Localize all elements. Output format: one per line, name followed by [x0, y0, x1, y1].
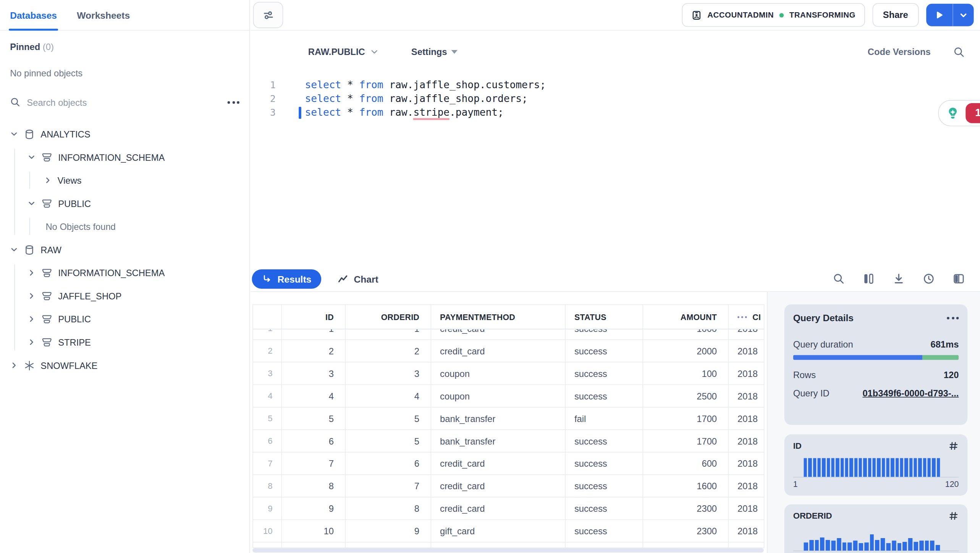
table-cell[interactable]: 2500 — [643, 385, 729, 407]
column-header[interactable]: STATUS — [566, 304, 643, 329]
role-warehouse-selector[interactable]: ACCOUNTADMIN TRANSFORMING — [682, 3, 865, 27]
table-cell[interactable]: 6 — [346, 453, 431, 475]
table-cell[interactable]: gift_card — [431, 520, 566, 543]
table-cell[interactable]: 3 — [252, 362, 282, 385]
split-panel-icon[interactable] — [953, 273, 965, 285]
tab-chart[interactable]: Chart — [338, 273, 378, 284]
search-input[interactable]: Search objects — [27, 97, 221, 107]
table-cell[interactable]: success — [566, 498, 643, 520]
table-cell[interactable]: 2018 — [729, 340, 764, 362]
tab-results[interactable]: Results — [252, 269, 322, 289]
table-cell[interactable]: 5 — [252, 407, 282, 430]
code-area[interactable]: 1select * from raw.jaffle_shop.customers… — [251, 78, 980, 120]
table-cell[interactable]: 2018 — [729, 329, 764, 340]
tree-item-snowflake[interactable]: SNOWFLAKE — [0, 354, 249, 377]
table-cell[interactable]: 7 — [282, 453, 346, 475]
table-cell[interactable]: 4 — [346, 385, 431, 407]
table-cell[interactable] — [643, 542, 729, 548]
table-cell[interactable]: 2300 — [643, 520, 729, 543]
table-cell[interactable]: bank_transfer — [431, 430, 566, 453]
run-query-button[interactable] — [926, 4, 953, 26]
table-cell[interactable]: 8 — [282, 475, 346, 498]
orderid-histogram[interactable] — [804, 534, 940, 551]
table-cell[interactable]: success — [566, 453, 643, 475]
table-cell[interactable]: 3 — [282, 362, 346, 385]
table-cell[interactable]: 7 — [346, 475, 431, 498]
table-cell[interactable]: success — [566, 430, 643, 453]
column-header[interactable]: ORDERID — [346, 304, 431, 329]
table-row-10[interactable]: 10109gift_cardsuccess23002018 — [252, 520, 764, 543]
sidebar-more-icon[interactable] — [228, 101, 239, 103]
table-row-7[interactable]: 776credit_cardsuccess6002018 — [252, 453, 764, 475]
table-cell[interactable]: 1 — [282, 329, 346, 340]
table-cell[interactable]: 4 — [282, 385, 346, 407]
history-clock-icon[interactable] — [922, 273, 935, 285]
table-cell[interactable]: 7 — [252, 453, 282, 475]
table-row-3[interactable]: 333couponsuccess1002018 — [252, 362, 764, 385]
tree-item-stripe[interactable]: STRIPE — [0, 331, 249, 354]
horizontal-scrollbar[interactable] — [252, 548, 764, 552]
table-cell[interactable]: 8 — [252, 475, 282, 498]
copilot-suggestion-button[interactable]: 1 — [938, 100, 980, 126]
table-cell[interactable]: 2018 — [729, 453, 764, 475]
tree-item-public[interactable]: PUBLIC — [0, 307, 249, 331]
hash-icon[interactable] — [948, 441, 959, 451]
table-cell[interactable] — [346, 542, 431, 548]
columns-icon[interactable] — [862, 273, 875, 285]
tab-databases[interactable]: Databases — [10, 0, 57, 30]
table-cell[interactable]: 1700 — [643, 430, 729, 453]
table-cell[interactable]: credit_card — [431, 453, 566, 475]
database-context-dropdown[interactable]: RAW.PUBLIC — [308, 47, 379, 57]
table-cell[interactable] — [729, 542, 764, 548]
column-header[interactable] — [252, 304, 282, 329]
table-cell[interactable]: 2 — [346, 340, 431, 362]
sql-editor[interactable]: RAW.PUBLIC Settings Code Versions 1selec… — [251, 31, 980, 266]
table-cell[interactable]: 10 — [252, 520, 282, 543]
table-row-2[interactable]: 222credit_cardsuccess20002018 — [252, 340, 764, 362]
tree-item-jaffle-shop[interactable]: JAFFLE_SHOP — [0, 285, 249, 308]
download-icon[interactable] — [893, 273, 905, 285]
table-cell[interactable] — [566, 542, 643, 548]
table-cell[interactable]: 5 — [346, 430, 431, 453]
table-cell[interactable]: 9 — [282, 498, 346, 520]
table-cell[interactable]: 1 — [252, 329, 282, 340]
table-cell[interactable]: 100 — [643, 362, 729, 385]
code-line-2[interactable]: 2select * from raw.jaffle_shop.orders; — [251, 92, 980, 106]
table-cell[interactable]: credit_card — [431, 475, 566, 498]
column-header[interactable]: AMOUNT — [643, 304, 729, 329]
table-cell[interactable]: 10 — [282, 520, 346, 543]
hash-icon[interactable] — [948, 511, 959, 521]
tree-item-views[interactable]: Views — [0, 169, 249, 192]
table-cell[interactable]: success — [566, 340, 643, 362]
code-line-3[interactable]: 3select * from raw.stripe.payment; — [251, 106, 980, 120]
table-cell[interactable]: 2018 — [729, 498, 764, 520]
table-cell[interactable]: 600 — [643, 453, 729, 475]
column-header[interactable]: CI — [729, 304, 764, 329]
settings-dropdown[interactable]: Settings — [411, 47, 458, 57]
table-cell[interactable]: success — [566, 362, 643, 385]
table-cell[interactable]: bank_transfer — [431, 407, 566, 430]
table-cell[interactable]: 2300 — [643, 498, 729, 520]
table-cell[interactable]: 2018 — [729, 407, 764, 430]
code-versions-button[interactable]: Code Versions — [868, 47, 931, 57]
table-row-6[interactable]: 665bank_transfersuccess17002018 — [252, 430, 764, 453]
table-cell[interactable]: 1700 — [643, 407, 729, 430]
column-header[interactable]: PAYMENTMETHOD — [431, 304, 566, 329]
table-cell[interactable]: 2018 — [729, 362, 764, 385]
query-details-menu-icon[interactable] — [947, 317, 959, 319]
object-search[interactable]: Search objects — [10, 97, 239, 108]
column-menu-icon[interactable] — [737, 316, 747, 318]
table-cell[interactable]: success — [566, 520, 643, 543]
editor-search-icon[interactable] — [953, 46, 965, 58]
tree-item-raw[interactable]: RAW — [0, 238, 249, 261]
query-id-link[interactable]: 01b349f6-0000-d793-... — [862, 388, 959, 398]
tree-item-analytics[interactable]: ANALYTICS — [0, 123, 249, 146]
table-cell[interactable]: 3 — [346, 362, 431, 385]
run-options-button[interactable] — [953, 4, 974, 26]
table-cell[interactable]: 1000 — [643, 329, 729, 340]
column-header[interactable]: ID — [282, 304, 346, 329]
table-cell[interactable]: 9 — [252, 498, 282, 520]
table-cell[interactable] — [431, 542, 566, 548]
table-cell[interactable]: 5 — [282, 407, 346, 430]
table-row-1[interactable]: 111credit_cardsuccess10002018 — [252, 329, 764, 340]
